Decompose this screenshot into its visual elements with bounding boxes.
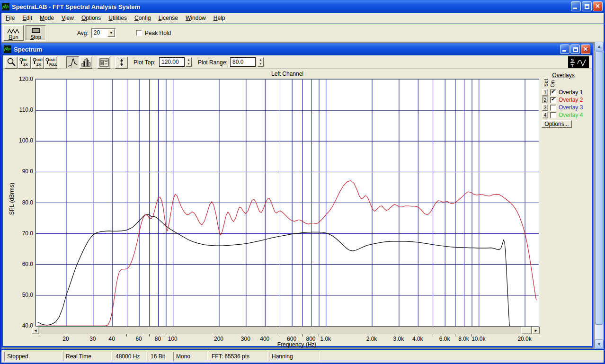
scroll-right-button[interactable]: ►: [532, 327, 540, 334]
v-scroll-thumb[interactable]: [595, 51, 603, 325]
menu-license[interactable]: License: [155, 13, 182, 23]
svg-text:2X: 2X: [23, 62, 28, 67]
menu-mode[interactable]: Mode: [36, 13, 58, 23]
zoom-out-2x-button[interactable]: OUT2X: [31, 56, 44, 69]
menu-edit[interactable]: Edit: [18, 13, 36, 23]
y-tick-label: 120.0: [12, 76, 33, 82]
scroll-down-button[interactable]: ▼: [595, 339, 604, 349]
maximize-button[interactable]: [582, 1, 592, 11]
menu-options[interactable]: Options: [78, 13, 105, 23]
spinner-down-icon[interactable]: ▼: [258, 62, 263, 66]
mdi-v-scrollbar[interactable]: ▲ ▼: [595, 42, 604, 349]
close-button[interactable]: ✕: [593, 1, 603, 11]
overlay-label-2: Overlay 2: [559, 97, 583, 103]
display-options-button[interactable]: [98, 56, 110, 69]
overlay-on-checkbox-3[interactable]: [550, 105, 556, 111]
x-minor-tick: [455, 334, 455, 337]
spectrum-toolbar: IN2X OUT2X OUTFULL: [3, 55, 592, 69]
status-panel-1: Real Time: [63, 352, 112, 361]
status-panel-3: 16 Bit: [148, 352, 172, 361]
signal-trace-icon[interactable]: ST: [568, 56, 589, 68]
close-icon: ✕: [595, 3, 600, 9]
x-minor-tick: [472, 334, 472, 337]
overlay-on-checkbox-2[interactable]: [550, 97, 556, 103]
status-bar: StoppedReal Time48000 Hz16 BitMonoFFT: 6…: [1, 350, 604, 363]
plot-area[interactable]: [36, 79, 539, 327]
spectrum-chart: [36, 80, 539, 326]
waveform-icon: [7, 28, 21, 34]
overlay-on-checkbox-4[interactable]: [550, 112, 556, 118]
plot-h-scrollbar[interactable]: ◄ ►: [32, 327, 540, 334]
line-plot-icon: [68, 57, 78, 68]
x-minor-tick: [302, 334, 302, 337]
plot-top-input[interactable]: 120.00: [159, 57, 185, 67]
overlay-set-button-2[interactable]: 2: [542, 97, 548, 103]
zoom-button[interactable]: [5, 56, 18, 69]
arrow-up-icon: ▲: [597, 44, 601, 49]
scroll-thumb[interactable]: [521, 327, 532, 334]
avg-dropdown-button[interactable]: ▼: [107, 29, 115, 37]
maximize-icon: [585, 4, 589, 9]
spectrum-title-bar[interactable]: Spectrum ✕: [1, 43, 593, 55]
peak-hold-checkbox[interactable]: [136, 30, 142, 36]
spectrum-maximize-button[interactable]: [570, 44, 580, 54]
menu-window[interactable]: Window: [182, 13, 210, 23]
scroll-up-button[interactable]: ▲: [595, 42, 604, 51]
run-button[interactable]: Run: [3, 25, 24, 41]
menu-help[interactable]: Help: [210, 13, 229, 23]
menu-view[interactable]: View: [58, 13, 78, 23]
avg-value: 20: [92, 28, 107, 37]
line-spectrum-button[interactable]: [66, 56, 79, 69]
x-axis-title: Frequency (Hz): [45, 341, 549, 348]
overlay-set-button-4[interactable]: 4: [542, 112, 548, 118]
chevron-down-icon: ▼: [109, 31, 113, 35]
stop-icon: [32, 28, 40, 33]
menu-config[interactable]: Config: [131, 13, 155, 23]
svg-text:T: T: [571, 63, 574, 68]
menu-file[interactable]: File: [2, 13, 18, 23]
zoom-in-2x-button[interactable]: IN2X: [18, 56, 31, 69]
x-minor-tick: [319, 334, 319, 337]
peak-hold-label: Peak Hold: [145, 30, 171, 36]
y-tick-label: 40.0: [12, 322, 33, 329]
plot-range-spinner[interactable]: ▲▼: [258, 57, 264, 67]
overlay-label-1: Overlay 1: [559, 89, 583, 96]
overlays-set-label: Set: [543, 76, 549, 90]
spectrum-title: Spectrum: [14, 46, 42, 53]
spectrum-client: IN2X OUT2X OUTFULL: [3, 55, 592, 346]
x-minor-tick: [126, 334, 127, 337]
overlay-set-button-3[interactable]: 3: [542, 104, 548, 111]
y-tick-label: 110.0: [12, 107, 33, 113]
spinner-down-icon[interactable]: ▼: [186, 62, 191, 66]
zoom-out-full-button[interactable]: OUTFULL: [44, 56, 57, 69]
x-minor-tick: [280, 334, 280, 337]
histogram-icon: [81, 57, 91, 68]
menu-utilities[interactable]: Utilities: [105, 13, 131, 23]
run-label: Run: [9, 34, 18, 40]
overlay-on-checkbox-1[interactable]: [550, 89, 556, 96]
window-title: SpectraLAB - FFT Spectral Analysis Syste…: [12, 3, 140, 10]
spinner-up-icon[interactable]: ▲: [186, 58, 191, 62]
scroll-left-button[interactable]: ◄: [32, 327, 39, 334]
spectrum-close-button[interactable]: ✕: [581, 44, 590, 54]
spinner-up-icon[interactable]: ▲: [258, 58, 263, 62]
plot-range-input[interactable]: 80.0: [230, 57, 256, 67]
spectrum-window: Spectrum ✕ IN2X OUT2X OUTFULL: [1, 43, 593, 347]
overlay-row-2: 2Overlay 2: [542, 96, 592, 104]
main-toolbar: Run Stop Avg: 20 ▼ Peak Hold: [1, 24, 604, 42]
avg-dropdown[interactable]: 20 ▼: [91, 28, 116, 38]
overlays-options-button[interactable]: Options...: [542, 120, 572, 128]
plot-top-spinner[interactable]: ▲▼: [186, 57, 192, 67]
status-panel-4: Mono: [173, 352, 208, 361]
plot-scale-button[interactable]: [115, 56, 128, 69]
title-bar[interactable]: SpectraLAB - FFT Spectral Analysis Syste…: [0, 0, 605, 13]
magnifier-icon: [6, 57, 17, 68]
stop-button[interactable]: Stop: [26, 25, 46, 41]
overlay-set-button-1[interactable]: 1: [542, 89, 548, 96]
spectrum-minimize-button[interactable]: [560, 44, 569, 54]
minimize-button[interactable]: [571, 1, 581, 11]
app-icon: [2, 3, 9, 10]
bar-spectrum-button[interactable]: [80, 56, 92, 69]
spectralab-main-window: { "window": { "title": "SpectraLAB - FFT…: [0, 0, 605, 364]
arrow-left-icon: ◄: [34, 328, 37, 333]
